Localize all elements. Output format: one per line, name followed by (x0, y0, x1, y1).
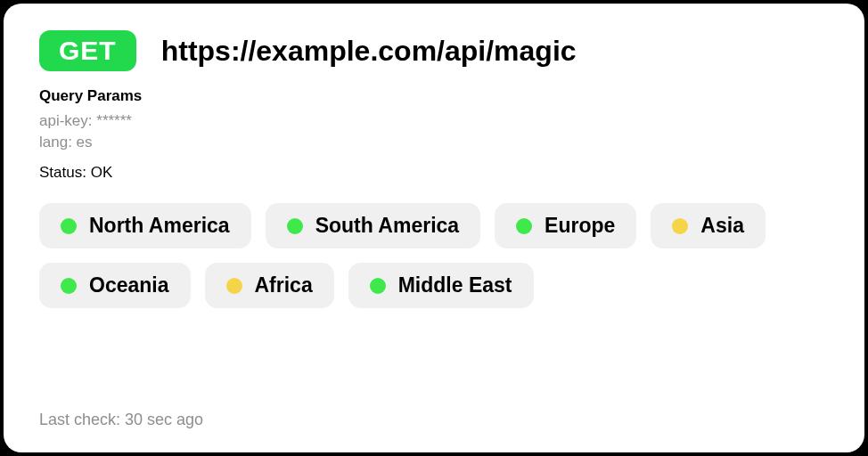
region-label: Oceania (89, 273, 169, 297)
regions-container: North America South America Europe Asia … (39, 203, 829, 308)
request-url: https://example.com/api/magic (161, 35, 577, 68)
region-label: South America (315, 214, 459, 238)
status-dot-icon (287, 218, 303, 234)
region-label: Africa (255, 273, 313, 297)
status-dot-icon (370, 278, 386, 294)
param-key: lang (39, 134, 68, 151)
region-label: Middle East (398, 273, 512, 297)
region-chip[interactable]: Europe (495, 203, 636, 248)
region-label: Europe (545, 214, 615, 238)
region-chip[interactable]: Middle East (348, 263, 534, 308)
request-header: GET https://example.com/api/magic (39, 30, 829, 71)
region-label: North America (89, 214, 230, 238)
region-chip[interactable]: Oceania (39, 263, 191, 308)
query-param-row: lang: es (39, 134, 829, 151)
status-dot-icon (516, 218, 532, 234)
status-dot-icon (61, 218, 77, 234)
http-method-badge: GET (39, 30, 136, 71)
region-label: Asia (700, 214, 744, 238)
query-params-section: Query Params api-key: ****** lang: es (39, 87, 829, 155)
param-value: es (77, 134, 93, 151)
api-monitor-card: GET https://example.com/api/magic Query … (4, 4, 864, 452)
region-chip[interactable]: South America (266, 203, 480, 248)
query-params-label: Query Params (39, 87, 829, 105)
status-value: OK (91, 164, 113, 181)
status-label: Status (39, 164, 82, 181)
region-chip[interactable]: Asia (651, 203, 766, 248)
last-check-footer: Last check: 30 sec ago (39, 411, 203, 429)
status-line: Status: OK (39, 164, 829, 182)
status-dot-icon (672, 218, 688, 234)
region-chip[interactable]: Africa (205, 263, 334, 308)
query-param-row: api-key: ****** (39, 112, 829, 130)
region-chip[interactable]: North America (39, 203, 251, 248)
status-dot-icon (61, 278, 77, 294)
param-key: api-key (39, 112, 88, 129)
param-value: ****** (96, 112, 132, 129)
status-dot-icon (226, 278, 242, 294)
